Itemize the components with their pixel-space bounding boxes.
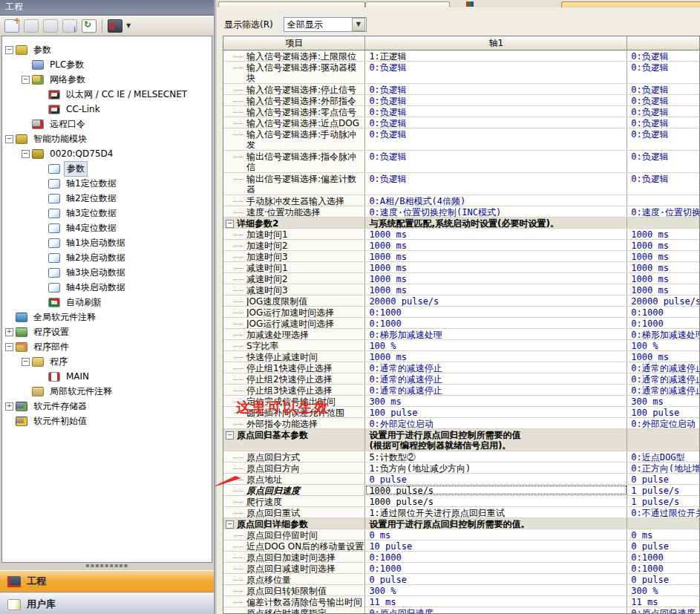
axis2-value-cell[interactable]: 0:原点回归速度 [627,607,699,614]
item-label-cell[interactable]: 减速时间1 [223,262,365,272]
item-label-cell[interactable]: 输入信号逻辑选择:上限限位 [223,50,365,61]
axis2-value-cell[interactable]: 300 % [627,585,699,595]
axis2-value-cell[interactable]: 0 pulse [627,474,699,484]
axis2-value-cell[interactable]: 1 pulse/s [627,496,699,506]
axis2-value-cell[interactable]: 0:负逻辑 [627,128,699,150]
axis1-value-cell[interactable]: 100 pulse [365,407,627,417]
item-label-cell[interactable]: 输出信号逻辑选择:偏差计数器 清除 [223,173,365,195]
tree-item-network-parameter[interactable]: −网络参数 [2,72,212,87]
axis1-value-cell[interactable]: 0:1000 [365,552,627,562]
item-label-cell[interactable]: 加速时间1 [223,229,365,239]
refresh-icon[interactable] [82,19,97,33]
item-label-cell[interactable]: 偏差计数器清除信号输出时间 [223,596,365,607]
axis2-value-cell[interactable]: 0 pulse [627,574,699,584]
axis1-value-cell[interactable]: 1:通过限位开关进行原点回归重试 [365,507,627,517]
axis1-value-cell[interactable]: 0:A相/B相模式(4倍频) [365,195,627,206]
axis1-value-cell[interactable]: 0:负逻辑 [365,117,627,128]
tree-item-main[interactable]: MAIN [2,369,212,384]
tree-item-axis3-block-start-data[interactable]: 轴3块启动数据 [2,265,212,280]
axis2-value-cell[interactable]: 0:不通过限位开关进行原点回归重试 [627,507,699,517]
axis2-value-cell[interactable]: 1000 ms [627,284,699,295]
axis1-value-cell[interactable]: 20000 pulse/s [365,295,627,306]
chevron-down-icon[interactable]: ▼ [126,22,131,29]
axis1-value-cell[interactable]: 10 pulse [365,540,627,551]
item-label-cell[interactable]: 近点DOG ON后的移动量设置 [223,540,365,551]
item-label-cell[interactable]: 加减速处理选择 [223,329,365,339]
axis2-value-cell[interactable]: 0:负逻辑 [627,151,699,172]
item-label-cell[interactable]: 停止组2快速停止选择 [223,373,365,384]
tree-item-axis3-positioning-data[interactable]: 轴3定位数据 [2,206,212,221]
axis1-value-cell[interactable]: 0:1000 [365,307,627,317]
axis2-value-cell[interactable]: 1000 ms [627,351,699,362]
axis2-value-cell[interactable]: 0 pulse [627,540,699,551]
tree-item-ethernet-ccie-melsecnet[interactable]: 以太网 / CC IE / MELSECNET [2,87,212,102]
axis1-value-cell[interactable]: 1000 ms [365,273,627,284]
item-label-cell[interactable]: 原点地址 [223,474,365,484]
item-label-cell[interactable]: 快速停止减速时间 [223,351,365,362]
axis2-value-cell[interactable]: 1000 ms [627,262,699,272]
nav-button-user-library[interactable]: 用户库 [0,593,214,614]
tree-item-qd75-parameter[interactable]: 参数 [2,161,212,176]
section-description-cell[interactable]: 与系统配置匹配,系统启动时设置(必要时设置)。 [365,218,627,228]
axis1-value-cell[interactable]: 1000 pulse/s [365,496,627,506]
axis2-value-cell[interactable]: 0:负逻辑 [627,62,699,83]
axis1-value-cell[interactable]: 300 % [365,585,627,595]
item-label-cell[interactable]: 输入信号逻辑选择:停止信号 [223,84,365,94]
tree-item-remote-password[interactable]: 远程口令 [2,117,212,131]
tree-item-axis2-block-start-data[interactable]: 轴2块启动数据 [2,250,212,265]
axis2-value-cell[interactable]: 0:负逻辑 [627,117,699,128]
collapse-icon[interactable]: − [22,150,30,158]
item-label-cell[interactable]: 输入信号逻辑选择:外部指令 [223,95,365,105]
tree-item-local-device-comment[interactable]: 局部软元件注释 [2,384,212,399]
item-label-cell[interactable]: 外部指令功能选择 [223,418,365,428]
item-label-cell[interactable]: 原点移位时速度指定 [223,607,365,614]
axis1-value-cell[interactable]: 0:1000 [365,318,627,328]
axis1-value-cell[interactable]: 0 pulse [365,474,627,484]
axis2-value-cell[interactable]: 1000 ms [627,273,699,284]
tree-item-auto-refresh[interactable]: 自动刷新 [2,295,212,310]
section-description-cell[interactable]: 设置用于进行原点回归控制所需要的值 (根据可编程控制器就绪信号启用)。 [365,429,627,451]
tree-item-axis4-block-start-data[interactable]: 轴4块启动数据 [2,280,212,295]
axis1-value-cell[interactable]: 1:正逻辑 [365,50,627,61]
document-tab-active[interactable] [561,1,700,7]
axis1-value-cell[interactable]: 1:负方向(地址减少方向) [365,463,627,473]
item-label-cell[interactable]: 原点回归加速时间选择 [223,552,365,562]
item-label-cell[interactable]: 爬行速度 [223,496,365,506]
item-label-cell[interactable]: 加速时间3 [223,251,365,261]
axis1-value-cell[interactable]: 1000 ms [365,351,627,362]
axis1-value-cell[interactable]: 0 pulse [365,574,627,584]
axis2-value-cell[interactable]: 0:通常的减速停止 [627,373,699,384]
panel-splitter-handle[interactable]: ▪▪▪▪▪▪▪▪▪ [0,563,214,570]
axis2-value-cell[interactable]: 0:负逻辑 [627,50,699,61]
collapse-icon[interactable]: − [5,46,13,54]
axis2-value-cell[interactable]: 100 % [627,340,699,350]
axis2-value-cell[interactable]: 1000 ms [627,229,699,239]
axis2-value-cell[interactable]: 0:正方向(地址增加方向) [627,463,699,473]
chevron-down-icon[interactable]: ▼ [352,18,365,31]
item-label-cell[interactable]: 减速时间3 [223,284,365,295]
axis1-value-cell[interactable]: 0:负逻辑 [365,95,627,105]
axis1-value-cell[interactable]: 11 ms [365,596,627,607]
tree-item-intelligent-function-module[interactable]: −智能功能模块 [2,131,212,146]
axis2-value-cell[interactable]: 0:速度·位置切换控制(INC模式) [627,206,699,217]
tree-item-global-device-comment[interactable]: 全局软元件注释 [2,310,212,324]
axis2-value-cell[interactable]: 0:负逻辑 [627,106,699,117]
axis1-value-cell[interactable]: 0:速度·位置切换控制(INC模式) [365,206,627,217]
document-tab[interactable] [218,1,365,7]
collapse-icon[interactable]: − [5,343,13,351]
axis1-value-cell[interactable]: 0:通常的减速停止 [365,362,627,373]
item-label-cell[interactable]: 输出信号逻辑选择:指令脉冲信 号 [223,151,365,172]
tree-item-device-memory[interactable]: +软元件存储器 [2,399,212,414]
tree-item-device-initial-value[interactable]: 软元件初始值 [2,414,212,428]
item-label-cell[interactable]: 原点回归速度 [223,485,365,495]
tree-item-qd75d4-module[interactable]: −0020:QD75D4 [2,146,212,161]
axis1-value-cell[interactable]: 0:负逻辑 [365,106,627,117]
item-label-cell[interactable]: JOG运行加速时间选择 [223,307,365,317]
collapse-icon[interactable]: − [5,135,13,143]
axis2-value-cell[interactable]: 0:负逻辑 [627,173,699,195]
paste-icon[interactable] [43,19,58,33]
expand-icon[interactable]: + [5,328,13,336]
axis1-value-cell[interactable]: 100 % [365,340,627,350]
axis1-value-cell[interactable]: 1000 ms [365,251,627,261]
new-window-icon[interactable] [4,19,19,33]
